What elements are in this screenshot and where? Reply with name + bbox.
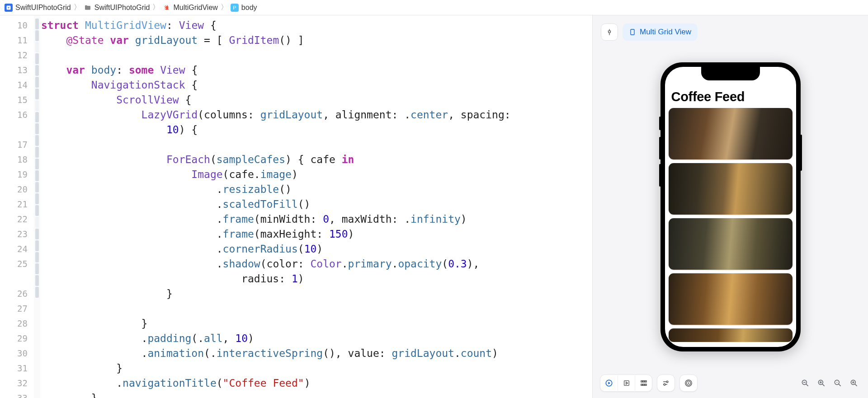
zoom-controls <box>798 376 861 390</box>
breadcrumb: SwiftUIPhotoGrid 〉 SwiftUIPhotoGrid 〉 Mu… <box>0 0 868 15</box>
play-icon <box>605 379 613 387</box>
line-number: 19 <box>0 167 28 182</box>
line-number: 15 <box>0 93 28 108</box>
zoom-actual-icon <box>817 379 826 388</box>
zoom-fit-button[interactable] <box>831 376 844 390</box>
preview-canvas: Multi Grid View Coffee Feed <box>592 15 868 398</box>
preview-grid <box>665 108 796 342</box>
breadcrumb-project[interactable]: SwiftUIPhotoGrid <box>5 4 71 12</box>
line-number: 17 <box>0 137 28 152</box>
svg-point-3 <box>666 381 668 383</box>
broadcast-icon <box>684 379 693 387</box>
line-number: 27 <box>0 301 28 316</box>
line-number: 28 <box>0 316 28 331</box>
zoom-actual-button[interactable] <box>815 376 828 390</box>
sliders-icon <box>662 379 670 387</box>
zoom-out-button[interactable] <box>798 376 812 390</box>
svg-point-11 <box>836 382 837 383</box>
line-number: 14 <box>0 78 28 93</box>
preview-selector-label: Multi Grid View <box>640 28 691 37</box>
preview-on-device-button[interactable] <box>680 375 697 392</box>
svg-point-5 <box>688 383 689 384</box>
zoom-fit-icon <box>833 379 842 388</box>
breadcrumb-sep: 〉 <box>74 3 81 12</box>
line-number: 26 <box>0 286 28 301</box>
selectable-icon <box>623 379 630 387</box>
breadcrumb-folder-label: SwiftUIPhotoGrid <box>94 4 150 12</box>
grid-item <box>669 108 793 159</box>
preview-nav-title: Coffee Feed <box>665 88 796 108</box>
line-number: 32 <box>0 376 28 391</box>
line-number: 13 <box>0 63 28 78</box>
property-icon: P <box>231 4 239 12</box>
code-content[interactable]: struct MultiGridView: View { @State var … <box>40 15 592 398</box>
breadcrumb-symbol-label: body <box>241 4 257 12</box>
grid-item <box>669 163 793 215</box>
grid-icon <box>640 379 648 387</box>
line-number: 22 <box>0 212 28 227</box>
breadcrumb-symbol[interactable]: P body <box>231 4 257 12</box>
line-number: 12 <box>0 48 28 63</box>
line-number: 20 <box>0 182 28 197</box>
breadcrumb-sep: 〉 <box>221 3 228 12</box>
change-bar <box>34 15 40 398</box>
line-number: 29 <box>0 331 28 346</box>
line-number: 10 <box>0 18 28 33</box>
app-icon <box>5 4 13 12</box>
grid-item <box>669 328 793 342</box>
preview-selector[interactable]: Multi Grid View <box>623 23 698 41</box>
device-icon <box>629 28 636 36</box>
code-editor[interactable]: 1011121314151617181920212223242526272829… <box>0 15 592 398</box>
line-number: 16 <box>0 108 28 122</box>
grid-item <box>669 218 793 270</box>
zoom-in-icon <box>849 379 859 388</box>
breadcrumb-sep: 〉 <box>152 3 160 12</box>
line-number: 21 <box>0 197 28 212</box>
selectable-preview-button[interactable] <box>618 375 635 392</box>
device-preview: Coffee Feed <box>660 62 801 351</box>
zoom-in-button[interactable] <box>847 376 861 390</box>
breadcrumb-folder[interactable]: SwiftUIPhotoGrid <box>84 4 150 12</box>
breadcrumb-project-label: SwiftUIPhotoGrid <box>15 4 71 12</box>
live-preview-button[interactable] <box>600 375 618 392</box>
device-notch <box>701 67 760 80</box>
line-number: 18 <box>0 152 28 167</box>
variants-preview-button[interactable] <box>635 375 652 392</box>
line-number: 25 <box>0 257 28 272</box>
line-number: 31 <box>0 361 28 376</box>
device-settings-button[interactable] <box>657 375 675 392</box>
grid-item <box>669 273 793 325</box>
pin-preview-button[interactable] <box>601 23 618 41</box>
line-gutter: 1011121314151617181920212223242526272829… <box>0 15 34 398</box>
line-number: 23 <box>0 227 28 242</box>
folder-icon <box>84 4 92 12</box>
breadcrumb-file[interactable]: MultiGridView <box>162 4 217 12</box>
line-number: 24 <box>0 242 28 257</box>
svg-rect-0 <box>631 29 634 35</box>
breadcrumb-file-label: MultiGridView <box>173 4 217 12</box>
line-number: 11 <box>0 33 28 48</box>
svg-point-4 <box>664 384 665 385</box>
line-number: 33 <box>0 391 28 398</box>
line-number: 30 <box>0 346 28 361</box>
swift-icon <box>162 4 170 12</box>
pin-icon <box>606 28 613 36</box>
zoom-out-icon <box>801 379 810 388</box>
